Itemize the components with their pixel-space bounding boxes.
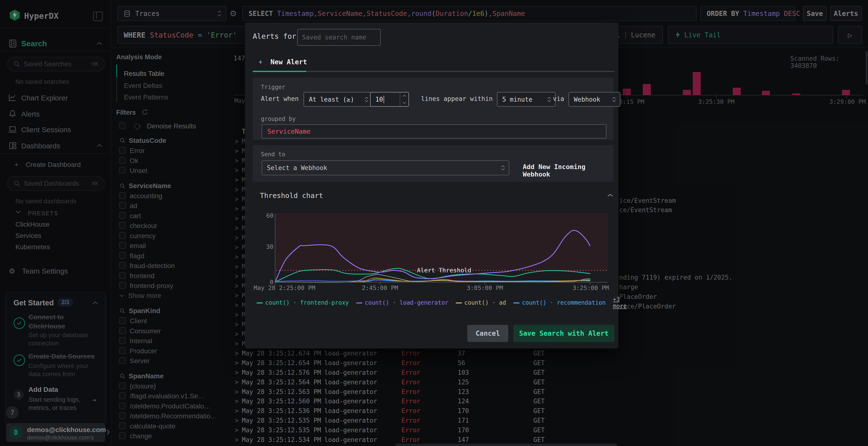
chart-legend: count() · frontend-proxycount() · load-g… — [256, 296, 609, 309]
grouped-by-value: ServiceName — [268, 128, 311, 135]
alert-when-label: Alert when — [261, 95, 299, 102]
name-placeholder: Saved search name — [302, 34, 366, 41]
saved-search-name-input[interactable]: Saved search name — [297, 29, 381, 46]
svg-text:2:45:00 PM: 2:45:00 PM — [362, 284, 398, 291]
svg-text:3:05:00 PM: 3:05:00 PM — [467, 284, 503, 291]
threshold-type-select[interactable]: At least (≥) — [304, 92, 373, 107]
tab-new-alert[interactable]: + New Alert — [258, 58, 307, 66]
send-to-label: Send to — [261, 151, 285, 158]
svg-text:3:25:00 PM: 3:25:00 PM — [572, 284, 609, 291]
via-label: via — [553, 95, 564, 102]
svg-text:60: 60 — [266, 212, 273, 219]
legend-item[interactable]: count() · ad — [456, 299, 506, 306]
threshold-chart-label: Threshold chart — [260, 192, 323, 200]
chevron-up-icon — [607, 194, 613, 197]
legend-dash-icon — [256, 303, 263, 303]
chevron-updown-icon — [500, 165, 505, 171]
send-to-panel: Send to Select a Webhook Add New Incomin… — [253, 145, 614, 182]
chevron-down-icon[interactable] — [402, 102, 406, 104]
modal-title: Alerts for — [253, 32, 296, 40]
webhook-select[interactable]: Select a Webhook — [261, 160, 509, 175]
svg-text:Alert Threshold: Alert Threshold — [417, 267, 471, 274]
legend-dash-icon — [456, 303, 462, 303]
legend-more-button[interactable]: +3 more — [613, 296, 627, 309]
text-caret — [383, 96, 384, 103]
svg-text:May 28 2:25:00 PM: May 28 2:25:00 PM — [254, 284, 315, 291]
threshold-value-input[interactable]: 10 — [370, 92, 409, 107]
save-search-with-alert-button[interactable]: Save Search with Alert — [513, 325, 614, 342]
threshold-chart: 03060May 28 2:25:00 PM2:45:00 PM3:05:00 … — [253, 212, 615, 293]
tab-underline-active — [253, 71, 306, 72]
interval-select[interactable]: 5 minute — [497, 92, 556, 107]
chevron-updown-icon — [612, 96, 617, 103]
trigger-label: Trigger — [261, 84, 285, 91]
cancel-button[interactable]: Cancel — [467, 325, 508, 342]
channel-select[interactable]: Webhook — [568, 92, 620, 107]
legend-item[interactable]: count() · recommendation — [513, 299, 606, 306]
number-stepper[interactable] — [400, 93, 408, 106]
grouped-by-input[interactable]: ServiceName — [261, 124, 607, 138]
collapse-section-button[interactable] — [607, 194, 613, 198]
legend-item[interactable]: count() · load-generator — [356, 299, 448, 306]
legend-dash-icon — [513, 303, 520, 303]
chevron-updown-icon — [364, 96, 369, 103]
chevron-updown-icon — [547, 96, 552, 103]
svg-text:30: 30 — [266, 243, 273, 250]
chevron-up-icon[interactable] — [402, 95, 406, 97]
plus-icon: + — [258, 58, 262, 66]
legend-item[interactable]: count() · frontend-proxy — [256, 299, 349, 306]
legend-dash-icon — [356, 303, 362, 303]
tab-underline-track — [253, 71, 614, 72]
trigger-panel: Trigger Alert when At least (≥) 10 lines… — [253, 77, 614, 140]
lines-appear-label: lines appear within — [421, 95, 493, 102]
grouped-by-label: grouped by — [261, 115, 296, 122]
alerts-modal: Alerts for Saved search name + New Alert… — [245, 23, 618, 348]
app-root: HyperDX Search Saved Searches ⌘K No save… — [0, 0, 868, 446]
add-webhook-button[interactable]: Add New Incoming Webhook — [523, 163, 614, 178]
